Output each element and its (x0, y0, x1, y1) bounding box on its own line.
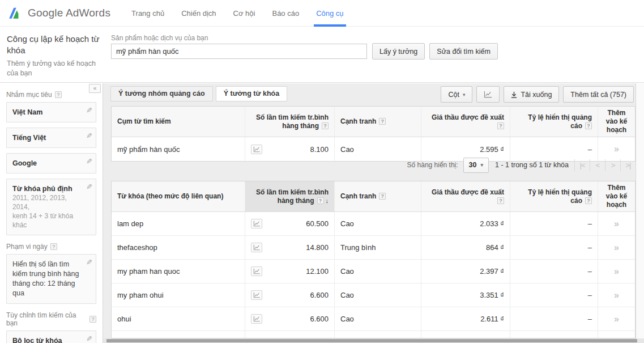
adwords-logo-icon (8, 6, 23, 20)
help-icon[interactable]: ? (89, 316, 96, 323)
pager: |< < > >| (574, 159, 636, 171)
cell-competition: Cao (335, 283, 421, 307)
trend-chart-icon[interactable] (251, 314, 262, 324)
download-button[interactable]: Tải xuống (504, 86, 559, 103)
main-content: Ý tưởng nhóm quảng cáo Ý tưởng từ khóa C… (103, 83, 644, 343)
horizontal-scrollbar[interactable] (103, 338, 644, 343)
cell-bid: 2.722 ₫ (421, 331, 510, 338)
chart-toggle-button[interactable] (476, 86, 500, 103)
targeting-card-location[interactable]: ✎ Việt Nam (6, 102, 96, 122)
cell-volume: 6.600 (245, 307, 335, 331)
edit-pencil-icon[interactable]: ✎ (86, 258, 92, 266)
edit-pencil-icon[interactable]: ✎ (86, 183, 92, 191)
cell-add: » (598, 236, 635, 259)
brand-text: Google AdWords (28, 7, 110, 19)
edit-pencil-icon[interactable]: ✎ (86, 132, 92, 140)
th-search-term[interactable]: Cụm từ tìm kiếm (112, 107, 245, 137)
date-range-section-label: Phạm vi ngày ? (6, 243, 96, 251)
nav-item-tools[interactable]: Công cụ (308, 0, 352, 27)
cell-volume: 5.400 (245, 331, 335, 338)
product-service-label: Sản phẩm hoặc dịch vụ của bạn (111, 34, 208, 42)
add-to-plan-button[interactable]: » (614, 267, 619, 276)
help-icon[interactable]: ? (497, 122, 504, 129)
trend-chart-icon[interactable] (251, 290, 262, 300)
th-avg-monthly-searches[interactable]: Số lần tìm kiếm tr.bình hàng tháng? (245, 107, 335, 137)
columns-button[interactable]: Cột ▾ (441, 86, 472, 103)
help-icon[interactable]: ? (585, 197, 592, 204)
targeting-card-network[interactable]: ✎ Google (6, 153, 96, 173)
cell-impr-share: – (510, 331, 598, 338)
cell-add: » (598, 260, 635, 283)
table-row: my pham han quoc 12.100 Cao 2.397 ₫ – » (112, 260, 635, 283)
help-icon[interactable]: ? (50, 243, 57, 250)
cell-impr-share: – (510, 283, 598, 307)
nav-item-reports[interactable]: Báo cáo (263, 0, 308, 27)
tab-keyword-ideas[interactable]: Ý tưởng từ khóa (216, 86, 288, 101)
table-row: my pham ohui 6.600 Cao 3.351 ₫ – » (112, 283, 635, 307)
th-competition[interactable]: Cạnh tranh? (335, 181, 421, 211)
edit-pencil-icon[interactable]: ✎ (86, 157, 92, 166)
help-icon[interactable]: ? (322, 122, 329, 129)
pager-last-button[interactable]: >| (620, 159, 636, 171)
tab-ad-group-ideas[interactable]: Ý tưởng nhóm quảng cáo (110, 86, 213, 101)
get-ideas-button[interactable]: Lấy ý tưởng (372, 43, 425, 60)
cell-bid: 2.397 ₫ (421, 260, 510, 283)
cell-volume: 60.500 (245, 212, 335, 235)
help-icon[interactable]: ? (379, 118, 386, 125)
th-suggested-bid[interactable]: Giá thầu được đề xuất? (421, 181, 510, 211)
th-competition[interactable]: Cạnh tranh? (335, 107, 421, 137)
pagination-bar: Số hàng hiển thị: 30 ▾ 1 - 1 trong số 1 … (111, 153, 636, 177)
th-avg-monthly-searches-sorted[interactable]: Số lần tìm kiếm tr.bình hàng tháng?↓ (245, 181, 335, 211)
add-to-plan-button[interactable]: » (614, 291, 619, 300)
trend-chart-icon[interactable] (251, 243, 262, 252)
vertical-scrollbar[interactable] (636, 83, 644, 338)
help-icon[interactable]: ? (379, 193, 386, 200)
table-row: my pham 5.400 Cao 2.722 ₫ – » (112, 331, 635, 338)
th-suggested-bid[interactable]: Giá thầu được đề xuất? (421, 107, 510, 137)
add-to-plan-button[interactable]: » (614, 243, 619, 252)
edit-pencil-icon[interactable]: ✎ (86, 106, 92, 115)
th-ad-impr-share[interactable]: Tỷ lệ hiển thị quảng cáo? (510, 107, 598, 137)
cell-impr-share: – (510, 212, 598, 235)
pager-first-button[interactable]: |< (574, 159, 590, 171)
nav-item-campaigns[interactable]: Chiến dịch (173, 0, 224, 27)
trend-chart-icon[interactable] (251, 219, 262, 228)
cell-add: » (598, 212, 635, 235)
help-icon[interactable]: ? (317, 197, 324, 204)
collapse-sidebar-button[interactable]: « (89, 84, 101, 93)
cell-keyword: thefaceshop (112, 236, 245, 259)
add-to-plan-button[interactable]: » (614, 219, 619, 228)
th-keyword-by-relevance[interactable]: Từ khóa (theo mức độ liên quan) (112, 181, 245, 211)
help-icon[interactable]: ? (497, 197, 504, 204)
targeting-card-negative-keywords[interactable]: ✎ Từ khóa phủ định 2011, 2012, 2013, 201… (6, 179, 96, 235)
pager-prev-button[interactable]: < (590, 159, 605, 171)
nav-item-opportunities[interactable]: Cơ hội (225, 0, 264, 27)
planner-subtitle: Thêm ý tưởng vào kế hoạch của bạn (7, 59, 104, 78)
add-to-plan-button[interactable]: » (614, 315, 619, 324)
nav-item-home[interactable]: Trang chủ (123, 0, 173, 27)
cell-volume: 14.800 (245, 236, 335, 259)
keyword-filters-card[interactable]: ✎ Bộ lọc từ khóa (6, 331, 96, 343)
trend-chart-icon[interactable] (251, 266, 262, 276)
cell-competition: Cao (335, 331, 421, 338)
edit-pencil-icon[interactable]: ✎ (86, 334, 92, 343)
pager-next-button[interactable]: > (605, 159, 620, 171)
cell-volume: 6.600 (245, 283, 335, 307)
search-section: Công cụ lập kế hoạch từ khóa Thêm ý tưởn… (0, 27, 644, 83)
horizontal-scrollbar-thumb[interactable] (106, 339, 637, 342)
help-icon[interactable]: ? (55, 91, 62, 98)
add-all-button[interactable]: Thêm tất cả (757) (563, 86, 634, 103)
cell-keyword: ohui (112, 307, 245, 331)
th-ad-impr-share[interactable]: Tỷ lệ hiển thị quảng cáo? (510, 181, 598, 211)
rows-per-page-select[interactable]: 30 ▾ (463, 158, 489, 173)
modify-search-button[interactable]: Sửa đổi tìm kiếm (429, 43, 498, 60)
table-row: lam dep 60.500 Cao 2.033 ₫ – » (112, 212, 635, 236)
product-service-input[interactable] (111, 44, 367, 59)
date-range-card[interactable]: ✎ Hiển thị số lần tìm kiếm trung bình hà… (6, 254, 96, 304)
targeting-section-label: Nhắm mục tiêu ? (6, 91, 96, 99)
rows-per-page-label: Số hàng hiển thị: (407, 161, 458, 169)
help-icon[interactable]: ? (585, 122, 592, 129)
cell-keyword: lam dep (112, 212, 245, 235)
keyword-ideas-table-header: Từ khóa (theo mức độ liên quan) Số lần t… (112, 181, 635, 212)
targeting-card-language[interactable]: ✎ Tiếng Việt (6, 128, 96, 148)
